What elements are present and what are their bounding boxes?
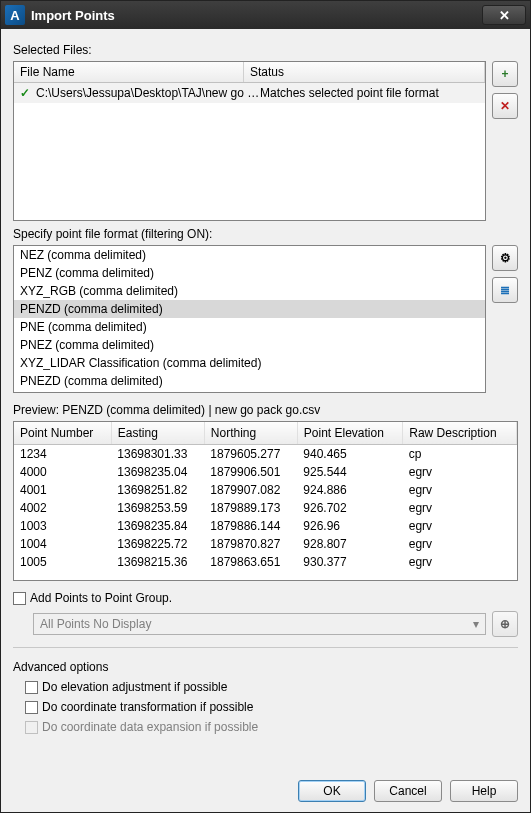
preview-cell: 940.465: [297, 445, 402, 464]
preview-label: Preview: PENZD (comma delimited) | new g…: [13, 403, 518, 417]
preview-cell: 926.702: [297, 499, 402, 517]
preview-cell: 1879906.501: [204, 463, 297, 481]
preview-cell: egrv: [403, 481, 517, 499]
advanced-label: Advanced options: [13, 660, 518, 674]
format-label: Specify point file format (filtering ON)…: [13, 227, 518, 241]
preview-row[interactable]: 100313698235.841879886.144926.96egrv: [14, 517, 517, 535]
chevron-down-icon: ▾: [473, 617, 479, 631]
col-easting[interactable]: Easting: [111, 422, 204, 445]
adv-coord-checkbox[interactable]: [25, 701, 38, 714]
preview-cell: 13698235.84: [111, 517, 204, 535]
preview-cell: 1004: [14, 535, 111, 553]
preview-row[interactable]: 100513698215.361879863.651930.377egrv: [14, 553, 517, 571]
format-item-selected[interactable]: PENZD (comma delimited): [14, 300, 485, 318]
col-elevation[interactable]: Point Elevation: [297, 422, 402, 445]
target-icon: ⊕: [500, 617, 510, 631]
format-item[interactable]: XYZ_RGB (comma delimited): [14, 282, 485, 300]
preview-cell: 1879889.173: [204, 499, 297, 517]
format-item[interactable]: PENZ (comma delimited): [14, 264, 485, 282]
add-to-group-checkbox[interactable]: [13, 592, 26, 605]
preview-cell: egrv: [403, 553, 517, 571]
col-northing[interactable]: Northing: [204, 422, 297, 445]
col-file-name[interactable]: File Name: [14, 62, 244, 82]
adv-elev-checkbox[interactable]: [25, 681, 38, 694]
preview-cell: egrv: [403, 499, 517, 517]
add-file-button[interactable]: +: [492, 61, 518, 87]
list-icon: ≣: [500, 283, 510, 297]
preview-cell: 4001: [14, 481, 111, 499]
format-item[interactable]: XYZ_LIDAR Classification (comma delimite…: [14, 354, 485, 372]
preview-cell: 1879863.651: [204, 553, 297, 571]
selected-files-table[interactable]: File Name Status ✓ C:\Users\Jessupa\Desk…: [13, 61, 486, 221]
preview-cell: egrv: [403, 463, 517, 481]
preview-cell: egrv: [403, 517, 517, 535]
gear-icon: ⚙: [500, 251, 511, 265]
file-name-cell: C:\Users\Jessupa\Desktop\TAJ\new go p...: [36, 86, 260, 100]
preview-cell: cp: [403, 445, 517, 464]
preview-cell: 13698253.59: [111, 499, 204, 517]
adv-expand-label: Do coordinate data expansion if possible: [42, 720, 258, 734]
preview-cell: egrv: [403, 535, 517, 553]
preview-cell: 4002: [14, 499, 111, 517]
help-button[interactable]: Help: [450, 780, 518, 802]
preview-cell: 926.96: [297, 517, 402, 535]
format-item[interactable]: PNE (comma delimited): [14, 318, 485, 336]
point-group-select: All Points No Display ▾: [33, 613, 486, 635]
preview-row[interactable]: 400013698235.041879906.501925.544egrv: [14, 463, 517, 481]
point-group-target-button: ⊕: [492, 611, 518, 637]
adv-coord-row[interactable]: Do coordinate transformation if possible: [25, 700, 518, 714]
adv-expand-checkbox: [25, 721, 38, 734]
col-raw-desc[interactable]: Raw Description: [403, 422, 517, 445]
preview-row[interactable]: 400113698251.821879907.082924.886egrv: [14, 481, 517, 499]
add-to-group-label: Add Points to Point Group.: [30, 591, 172, 605]
col-status[interactable]: Status: [244, 62, 485, 82]
format-item[interactable]: PNEZ (comma delimited): [14, 336, 485, 354]
preview-cell: 1879870.827: [204, 535, 297, 553]
adv-expand-row: Do coordinate data expansion if possible: [25, 720, 518, 734]
file-row[interactable]: ✓ C:\Users\Jessupa\Desktop\TAJ\new go p.…: [14, 83, 485, 103]
manage-formats-button[interactable]: ⚙: [492, 245, 518, 271]
preview-table-wrap[interactable]: Point Number Easting Northing Point Elev…: [13, 421, 518, 581]
window-title: Import Points: [31, 8, 482, 23]
titlebar: A Import Points ✕: [1, 1, 530, 29]
x-icon: ✕: [500, 99, 510, 113]
preview-cell: 1005: [14, 553, 111, 571]
close-button[interactable]: ✕: [482, 5, 526, 25]
app-icon: A: [5, 5, 25, 25]
point-group-value: All Points No Display: [40, 617, 151, 631]
preview-cell: 13698251.82: [111, 481, 204, 499]
format-item[interactable]: PNEZD (comma delimited): [14, 372, 485, 390]
preview-row[interactable]: 123413698301.331879605.277940.465cp: [14, 445, 517, 464]
preview-cell: 1234: [14, 445, 111, 464]
selected-files-header: File Name Status: [14, 62, 485, 83]
divider: [13, 647, 518, 648]
adv-coord-label: Do coordinate transformation if possible: [42, 700, 253, 714]
add-to-group-row[interactable]: Add Points to Point Group.: [13, 591, 518, 605]
preview-row[interactable]: 100413698225.721879870.827928.807egrv: [14, 535, 517, 553]
check-icon: ✓: [18, 86, 32, 100]
adv-elev-row[interactable]: Do elevation adjustment if possible: [25, 680, 518, 694]
preview-cell: 1879605.277: [204, 445, 297, 464]
preview-cell: 4000: [14, 463, 111, 481]
preview-cell: 1879886.144: [204, 517, 297, 535]
ok-button[interactable]: OK: [298, 780, 366, 802]
preview-cell: 1003: [14, 517, 111, 535]
preview-cell: 925.544: [297, 463, 402, 481]
preview-cell: 13698215.36: [111, 553, 204, 571]
import-points-dialog: A Import Points ✕ Selected Files: File N…: [0, 0, 531, 813]
format-item[interactable]: NEZ (comma delimited): [14, 246, 485, 264]
preview-table: Point Number Easting Northing Point Elev…: [14, 422, 517, 571]
preview-cell: 13698225.72: [111, 535, 204, 553]
remove-file-button[interactable]: ✕: [492, 93, 518, 119]
format-list[interactable]: NEZ (comma delimited) PENZ (comma delimi…: [13, 245, 486, 393]
cancel-button[interactable]: Cancel: [374, 780, 442, 802]
preview-row[interactable]: 400213698253.591879889.173926.702egrv: [14, 499, 517, 517]
format-options-button[interactable]: ≣: [492, 277, 518, 303]
col-point-number[interactable]: Point Number: [14, 422, 111, 445]
preview-cell: 13698301.33: [111, 445, 204, 464]
selected-files-label: Selected Files:: [13, 43, 518, 57]
preview-cell: 930.377: [297, 553, 402, 571]
preview-cell: 13698235.04: [111, 463, 204, 481]
preview-cell: 1879907.082: [204, 481, 297, 499]
plus-icon: +: [501, 67, 508, 81]
